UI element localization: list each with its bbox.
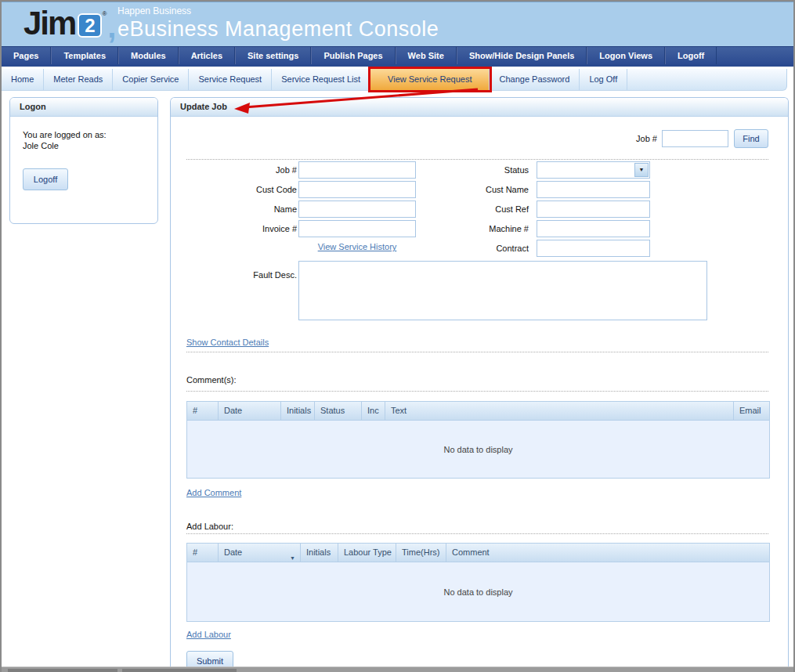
job-number-field[interactable]	[298, 161, 416, 179]
brand-block: Happen Business eBusiness Management Con…	[117, 5, 439, 42]
logo-2-badge: 2	[78, 13, 102, 38]
horizontal-scrollbar[interactable]	[2, 667, 793, 672]
logo-jim-text: Jim	[23, 4, 75, 43]
job-search-row: Job # Find	[636, 129, 768, 148]
cust-code-label: Cust Code	[171, 181, 297, 198]
registered-mark: ®	[102, 10, 107, 17]
top-nav-templates[interactable]: Templates	[51, 47, 118, 64]
sub-nav-home[interactable]: Home	[2, 69, 44, 90]
logoff-button[interactable]: Logoff	[23, 168, 68, 190]
comments-col-email[interactable]: Email	[734, 402, 769, 420]
top-nav-show-hide-design-panels[interactable]: Show/Hide Design Panels	[457, 47, 587, 64]
top-nav-articles[interactable]: Articles	[179, 47, 235, 64]
comments-col-status[interactable]: Status	[315, 402, 362, 420]
comments-col-number[interactable]: #	[187, 402, 219, 420]
scrollbar-segment[interactable]	[122, 669, 237, 672]
cust-name-label: Cust Name	[429, 181, 529, 198]
contract-label: Contract	[429, 240, 529, 257]
separator	[186, 159, 768, 160]
logon-panel-title: Logon	[10, 98, 157, 117]
date-filter-dropdown-icon[interactable]: ▼	[290, 550, 295, 562]
brand-tagline: Happen Business	[117, 5, 439, 16]
labour-col-time-hrs[interactable]: Time(Hrs)	[396, 544, 446, 562]
job-number-label: Job #	[171, 161, 297, 179]
labour-empty-message: No data to display	[187, 562, 769, 621]
jim2-logo: Jim 2 ® ,	[23, 4, 116, 49]
labour-col-date-label: Date	[224, 547, 242, 557]
top-nav-pages[interactable]: Pages	[2, 47, 51, 64]
comments-heading: Comment(s):	[186, 375, 237, 385]
logon-panel: Logon You are logged on as: Jole Cole Lo…	[9, 97, 158, 224]
invoice-number-field[interactable]	[298, 220, 416, 237]
app-header: Jim 2 ® , Happen Business eBusiness Mana…	[2, 2, 793, 46]
labour-heading: Add Labour:	[186, 522, 233, 531]
comments-col-text[interactable]: Text	[385, 402, 734, 420]
sub-nav-service-request-list[interactable]: Service Request List	[272, 69, 370, 90]
cust-ref-field[interactable]	[537, 201, 650, 218]
labour-col-initials[interactable]: Initials	[301, 544, 338, 562]
find-button[interactable]: Find	[734, 129, 768, 148]
contract-field[interactable]	[537, 240, 650, 257]
job-search-label: Job #	[636, 134, 657, 143]
sub-nav: Home Meter Reads Copier Service Service …	[2, 69, 787, 91]
logged-on-user: Jole Cole	[23, 140, 146, 151]
chevron-down-icon[interactable]: ▼	[634, 163, 649, 177]
cust-name-field[interactable]	[537, 181, 650, 198]
separator	[186, 391, 768, 392]
browser-window: Jim 2 ® , Happen Business eBusiness Mana…	[0, 0, 795, 672]
add-comment-link[interactable]: Add Comment	[186, 488, 241, 497]
top-nav-web-site[interactable]: Web Site	[396, 47, 457, 64]
job-search-input[interactable]	[662, 130, 728, 147]
top-nav-site-settings[interactable]: Site settings	[235, 47, 311, 64]
top-nav-logoff[interactable]: Logoff	[665, 47, 717, 64]
sub-nav-change-password[interactable]: Change Password	[490, 69, 580, 90]
logo-comma-decoration: ,	[107, 4, 116, 49]
fault-desc-textarea[interactable]	[298, 261, 707, 320]
top-nav-logon-views[interactable]: Logon Views	[587, 47, 665, 64]
invoice-number-label: Invoice #	[171, 220, 297, 237]
labour-col-number[interactable]: #	[187, 544, 219, 562]
logged-on-text: You are logged on as:	[23, 129, 146, 140]
status-label: Status	[429, 161, 529, 179]
top-nav: Pages Templates Modules Articles Site se…	[2, 46, 793, 67]
labour-table-header: # Date ▼ Initials Labour Type Time(Hrs) …	[187, 544, 769, 562]
labour-col-comment[interactable]: Comment	[446, 544, 769, 562]
sub-nav-view-service-request[interactable]: View Service Request	[370, 69, 490, 90]
update-job-panel: Update Job Job # Find Job # Status ▼ Cus…	[170, 97, 789, 669]
sub-nav-service-request[interactable]: Service Request	[189, 69, 272, 90]
show-contact-details-link[interactable]: Show Contact Details	[186, 338, 269, 347]
update-job-panel-title: Update Job	[171, 98, 788, 117]
comments-col-inc[interactable]: Inc	[362, 402, 385, 420]
cust-ref-label: Cust Ref	[429, 201, 529, 218]
separator	[186, 352, 768, 352]
page-title: eBusiness Management Console	[117, 16, 439, 42]
name-label: Name	[171, 201, 297, 218]
top-nav-modules[interactable]: Modules	[118, 47, 179, 64]
status-dropdown[interactable]: ▼	[537, 161, 650, 179]
comments-table-header: # Date Initials Status Inc Text Email	[187, 402, 769, 420]
labour-col-labour-type[interactable]: Labour Type	[338, 544, 396, 562]
cust-code-field[interactable]	[298, 181, 416, 198]
name-field[interactable]	[298, 201, 416, 218]
add-labour-link[interactable]: Add Labour	[186, 630, 231, 639]
fault-desc-label: Fault Desc.	[171, 266, 297, 284]
comments-col-initials[interactable]: Initials	[281, 402, 315, 420]
top-nav-publish-pages[interactable]: Publish Pages	[311, 47, 395, 64]
sub-nav-copier-service[interactable]: Copier Service	[113, 69, 189, 90]
labour-col-date[interactable]: Date ▼	[219, 544, 301, 562]
view-service-history-link[interactable]: View Service History	[298, 242, 416, 251]
comments-col-date[interactable]: Date	[219, 402, 281, 420]
machine-number-label: Machine #	[429, 220, 529, 237]
separator	[186, 533, 768, 534]
comments-empty-message: No data to display	[187, 420, 769, 478]
scrollbar-segment[interactable]	[8, 669, 117, 672]
sub-nav-meter-reads[interactable]: Meter Reads	[44, 69, 113, 90]
sub-nav-log-off[interactable]: Log Off	[580, 69, 627, 90]
machine-number-field[interactable]	[537, 220, 650, 237]
comments-table: # Date Initials Status Inc Text Email No…	[186, 401, 770, 479]
labour-table: # Date ▼ Initials Labour Type Time(Hrs) …	[186, 543, 770, 622]
